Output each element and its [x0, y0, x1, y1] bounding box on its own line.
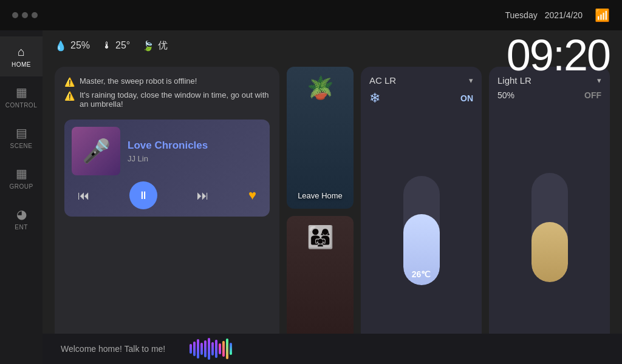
- warning-icon-2: ⚠️: [64, 91, 75, 101]
- welcome-text: Welcome home! Talk to me!: [61, 344, 165, 354]
- sidebar-item-home[interactable]: ⌂ HOME: [0, 36, 43, 76]
- notification-music-card: ⚠️ Master, the sweep robot is offline! ⚠…: [55, 67, 279, 358]
- sidebar-label-scene: SCENE: [10, 143, 33, 149]
- wave-bar-7: [211, 342, 214, 356]
- ac-title: AC LR: [369, 75, 396, 86]
- wave-bar-12: [230, 343, 232, 355]
- ent-icon: ◕: [16, 207, 27, 221]
- scene-column: 🪴 Leave Home 👨‍👩‍👧 Return Home: [287, 67, 354, 358]
- wave-bar-8: [215, 340, 217, 358]
- scene-card-leave-home[interactable]: 🪴 Leave Home: [287, 67, 354, 209]
- wave-bar-3: [197, 339, 199, 359]
- notifications-panel: ⚠️ Master, the sweep robot is offline! ⚠…: [64, 76, 270, 112]
- return-home-people-icon: 👨‍👩‍👧: [307, 224, 334, 250]
- group-icon: ▦: [16, 166, 27, 181]
- prev-button[interactable]: ⏮: [78, 189, 90, 203]
- bottom-bar: Welcome home! Talk to me!: [43, 334, 622, 364]
- play-pause-button[interactable]: ⏸: [129, 181, 157, 209]
- temp-icon: 🌡: [102, 40, 112, 51]
- content-area: 💧 25% 🌡 25° 🍃 优 09:20 ⚠️ Master, the swe…: [43, 30, 622, 364]
- sidebar-item-control[interactable]: ▦ CONTROL: [0, 76, 43, 117]
- sidebar-label-home: HOME: [12, 61, 31, 68]
- top-bar-right: Tuesday 2021/4/20 📶: [505, 8, 610, 22]
- control-icon: ▦: [16, 85, 27, 99]
- date-label: 2021/4/20: [545, 10, 583, 20]
- cards-row: ⚠️ Master, the sweep robot is offline! ⚠…: [43, 61, 622, 364]
- ac-slider-container: 26℃: [369, 111, 473, 349]
- light-slider-fill: [531, 222, 568, 282]
- ac-status-row: ❄ ON: [369, 90, 473, 106]
- home-icon: ⌂: [18, 45, 25, 59]
- sidebar-label-group: GROUP: [9, 183, 33, 190]
- temp-value: 25°: [115, 40, 130, 51]
- music-artist: JJ Lin: [128, 154, 208, 163]
- album-art: 🎤: [72, 127, 120, 175]
- ac-slider-track[interactable]: 26℃: [403, 176, 440, 285]
- sidebar-item-ent[interactable]: ◕ ENT: [0, 198, 43, 239]
- wave-bar-2: [193, 342, 196, 356]
- leave-home-label: Leave Home: [298, 191, 343, 200]
- light-slider-container: [497, 105, 601, 349]
- light-percent: 50%: [497, 90, 514, 100]
- leaf-icon: 🍃: [142, 40, 154, 52]
- wave-bar-10: [222, 341, 225, 357]
- warning-icon-1: ⚠️: [64, 77, 75, 87]
- snowflake-icon: ❄: [369, 90, 380, 106]
- wifi-icon: 📶: [595, 8, 610, 22]
- wave-bar-5: [204, 340, 207, 357]
- scene-icon: ▤: [16, 126, 27, 140]
- ac-card-header: AC LR ▾: [369, 75, 473, 86]
- light-status-label: OFF: [584, 90, 601, 100]
- humidity-value: 25%: [70, 40, 90, 51]
- clock-display: 09:20: [507, 33, 610, 77]
- dot-3: [32, 12, 38, 18]
- notif-text-1: Master, the sweep robot is offline!: [80, 76, 197, 86]
- sidebar-item-group[interactable]: ▦ GROUP: [0, 158, 43, 198]
- sidebar: ⌂ HOME ▦ CONTROL ▤ SCENE ▦ GROUP ◕ ENT: [0, 30, 43, 364]
- music-info-row: 🎤 Love Chronicles JJ Lin: [72, 127, 262, 175]
- notif-text-2: It's raining today, close the window in …: [80, 90, 270, 109]
- day-label: Tuesday: [505, 10, 538, 20]
- music-controls: ⏮ ⏸ ⏭ ♥: [72, 181, 262, 209]
- ac-temp-display: 26℃: [403, 269, 440, 279]
- ac-status-label: ON: [460, 93, 473, 103]
- wave-bar-11: [226, 339, 228, 359]
- date-info: Tuesday 2021/4/20: [505, 10, 583, 20]
- ac-control-card: AC LR ▾ ❄ ON 26℃: [361, 67, 482, 358]
- window-dots: [12, 12, 38, 18]
- top-bar: Tuesday 2021/4/20 📶: [0, 0, 622, 30]
- sidebar-label-control: CONTROL: [5, 102, 37, 109]
- humidity-icon: 💧: [55, 40, 67, 52]
- sidebar-item-scene[interactable]: ▤ SCENE: [0, 117, 43, 158]
- music-player: 🎤 Love Chronicles JJ Lin ⏮ ⏸ ⏭ ♥: [64, 120, 270, 217]
- notification-item-1: ⚠️ Master, the sweep robot is offline!: [64, 76, 270, 87]
- light-slider-track[interactable]: [531, 173, 568, 282]
- sidebar-label-ent: ENT: [15, 224, 28, 231]
- leave-home-plant-icon: 🪴: [307, 75, 334, 101]
- notification-item-2: ⚠️ It's raining today, close the window …: [64, 90, 270, 109]
- wave-bar-9: [219, 343, 221, 354]
- humidity-widget: 💧 25%: [55, 40, 90, 52]
- light-control-card: Light LR ▾ 50% OFF: [489, 67, 610, 358]
- air-quality-widget: 🍃 优: [142, 39, 168, 52]
- favorite-button[interactable]: ♥: [248, 187, 256, 203]
- music-text: Love Chronicles JJ Lin: [128, 140, 208, 163]
- music-title: Love Chronicles: [128, 140, 208, 152]
- air-quality-value: 优: [158, 39, 168, 52]
- light-status-row: 50% OFF: [497, 90, 601, 100]
- temp-widget: 🌡 25°: [102, 40, 130, 51]
- dot-2: [22, 12, 28, 18]
- dot-1: [12, 12, 18, 18]
- wave-bar-4: [200, 343, 203, 355]
- wave-bar-6: [208, 338, 210, 360]
- weather-bar: 💧 25% 🌡 25° 🍃 优 09:20: [43, 30, 622, 61]
- next-button[interactable]: ⏭: [197, 189, 209, 203]
- wave-bar-1: [190, 344, 192, 354]
- ac-dropdown[interactable]: ▾: [469, 76, 473, 85]
- main-layout: ⌂ HOME ▦ CONTROL ▤ SCENE ▦ GROUP ◕ ENT 💧…: [0, 30, 622, 364]
- voice-wave-animation[interactable]: [190, 338, 232, 360]
